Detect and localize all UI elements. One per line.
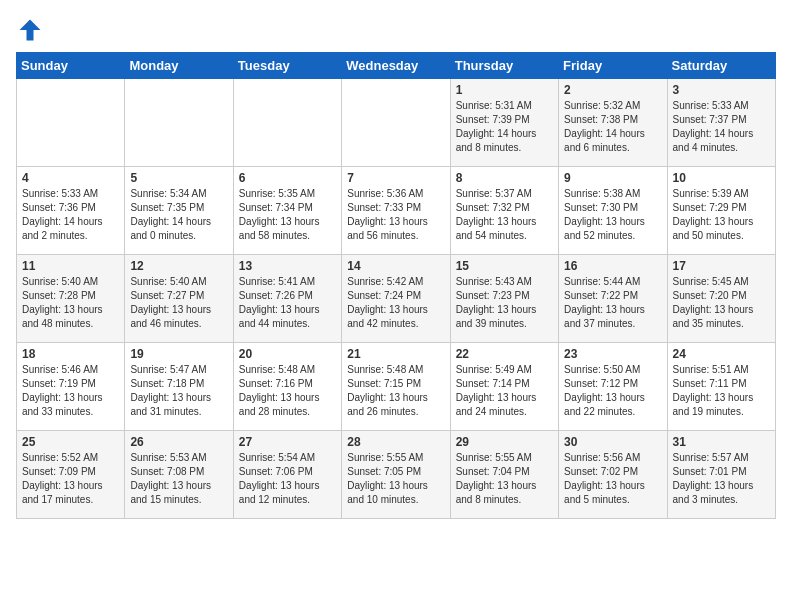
day-info: Sunrise: 5:37 AM Sunset: 7:32 PM Dayligh… (456, 187, 553, 243)
day-number: 10 (673, 171, 770, 185)
day-info: Sunrise: 5:46 AM Sunset: 7:19 PM Dayligh… (22, 363, 119, 419)
day-cell: 13Sunrise: 5:41 AM Sunset: 7:26 PM Dayli… (233, 255, 341, 343)
day-info: Sunrise: 5:35 AM Sunset: 7:34 PM Dayligh… (239, 187, 336, 243)
day-cell: 1Sunrise: 5:31 AM Sunset: 7:39 PM Daylig… (450, 79, 558, 167)
day-info: Sunrise: 5:39 AM Sunset: 7:29 PM Dayligh… (673, 187, 770, 243)
calendar-table: SundayMondayTuesdayWednesdayThursdayFrid… (16, 52, 776, 519)
logo-icon (16, 16, 44, 44)
day-cell: 25Sunrise: 5:52 AM Sunset: 7:09 PM Dayli… (17, 431, 125, 519)
day-cell (125, 79, 233, 167)
day-cell: 11Sunrise: 5:40 AM Sunset: 7:28 PM Dayli… (17, 255, 125, 343)
day-info: Sunrise: 5:31 AM Sunset: 7:39 PM Dayligh… (456, 99, 553, 155)
day-cell: 29Sunrise: 5:55 AM Sunset: 7:04 PM Dayli… (450, 431, 558, 519)
day-cell: 14Sunrise: 5:42 AM Sunset: 7:24 PM Dayli… (342, 255, 450, 343)
day-number: 8 (456, 171, 553, 185)
day-info: Sunrise: 5:32 AM Sunset: 7:38 PM Dayligh… (564, 99, 661, 155)
day-cell: 18Sunrise: 5:46 AM Sunset: 7:19 PM Dayli… (17, 343, 125, 431)
day-cell: 6Sunrise: 5:35 AM Sunset: 7:34 PM Daylig… (233, 167, 341, 255)
day-info: Sunrise: 5:44 AM Sunset: 7:22 PM Dayligh… (564, 275, 661, 331)
day-number: 13 (239, 259, 336, 273)
day-number: 14 (347, 259, 444, 273)
day-number: 6 (239, 171, 336, 185)
day-info: Sunrise: 5:57 AM Sunset: 7:01 PM Dayligh… (673, 451, 770, 507)
day-number: 15 (456, 259, 553, 273)
day-info: Sunrise: 5:55 AM Sunset: 7:04 PM Dayligh… (456, 451, 553, 507)
day-number: 16 (564, 259, 661, 273)
week-row-4: 25Sunrise: 5:52 AM Sunset: 7:09 PM Dayli… (17, 431, 776, 519)
day-info: Sunrise: 5:33 AM Sunset: 7:37 PM Dayligh… (673, 99, 770, 155)
day-number: 7 (347, 171, 444, 185)
day-cell: 3Sunrise: 5:33 AM Sunset: 7:37 PM Daylig… (667, 79, 775, 167)
day-cell (233, 79, 341, 167)
day-info: Sunrise: 5:52 AM Sunset: 7:09 PM Dayligh… (22, 451, 119, 507)
day-info: Sunrise: 5:49 AM Sunset: 7:14 PM Dayligh… (456, 363, 553, 419)
day-info: Sunrise: 5:54 AM Sunset: 7:06 PM Dayligh… (239, 451, 336, 507)
page-header (16, 16, 776, 44)
day-number: 26 (130, 435, 227, 449)
day-cell: 21Sunrise: 5:48 AM Sunset: 7:15 PM Dayli… (342, 343, 450, 431)
day-number: 3 (673, 83, 770, 97)
day-cell: 27Sunrise: 5:54 AM Sunset: 7:06 PM Dayli… (233, 431, 341, 519)
day-cell (17, 79, 125, 167)
day-number: 28 (347, 435, 444, 449)
day-number: 12 (130, 259, 227, 273)
day-info: Sunrise: 5:40 AM Sunset: 7:27 PM Dayligh… (130, 275, 227, 331)
svg-marker-0 (20, 20, 41, 41)
day-cell: 16Sunrise: 5:44 AM Sunset: 7:22 PM Dayli… (559, 255, 667, 343)
week-row-0: 1Sunrise: 5:31 AM Sunset: 7:39 PM Daylig… (17, 79, 776, 167)
weekday-header-wednesday: Wednesday (342, 53, 450, 79)
weekday-header-monday: Monday (125, 53, 233, 79)
day-number: 21 (347, 347, 444, 361)
day-info: Sunrise: 5:34 AM Sunset: 7:35 PM Dayligh… (130, 187, 227, 243)
day-cell: 31Sunrise: 5:57 AM Sunset: 7:01 PM Dayli… (667, 431, 775, 519)
day-number: 31 (673, 435, 770, 449)
day-cell: 28Sunrise: 5:55 AM Sunset: 7:05 PM Dayli… (342, 431, 450, 519)
day-cell: 23Sunrise: 5:50 AM Sunset: 7:12 PM Dayli… (559, 343, 667, 431)
day-cell: 26Sunrise: 5:53 AM Sunset: 7:08 PM Dayli… (125, 431, 233, 519)
day-cell: 10Sunrise: 5:39 AM Sunset: 7:29 PM Dayli… (667, 167, 775, 255)
day-info: Sunrise: 5:43 AM Sunset: 7:23 PM Dayligh… (456, 275, 553, 331)
day-number: 25 (22, 435, 119, 449)
day-cell: 8Sunrise: 5:37 AM Sunset: 7:32 PM Daylig… (450, 167, 558, 255)
day-cell: 20Sunrise: 5:48 AM Sunset: 7:16 PM Dayli… (233, 343, 341, 431)
day-cell: 12Sunrise: 5:40 AM Sunset: 7:27 PM Dayli… (125, 255, 233, 343)
weekday-header-saturday: Saturday (667, 53, 775, 79)
weekday-header-friday: Friday (559, 53, 667, 79)
day-cell: 4Sunrise: 5:33 AM Sunset: 7:36 PM Daylig… (17, 167, 125, 255)
day-info: Sunrise: 5:50 AM Sunset: 7:12 PM Dayligh… (564, 363, 661, 419)
day-info: Sunrise: 5:51 AM Sunset: 7:11 PM Dayligh… (673, 363, 770, 419)
day-number: 18 (22, 347, 119, 361)
day-cell: 5Sunrise: 5:34 AM Sunset: 7:35 PM Daylig… (125, 167, 233, 255)
day-number: 24 (673, 347, 770, 361)
day-number: 5 (130, 171, 227, 185)
day-cell: 17Sunrise: 5:45 AM Sunset: 7:20 PM Dayli… (667, 255, 775, 343)
day-cell: 22Sunrise: 5:49 AM Sunset: 7:14 PM Dayli… (450, 343, 558, 431)
day-info: Sunrise: 5:42 AM Sunset: 7:24 PM Dayligh… (347, 275, 444, 331)
day-number: 19 (130, 347, 227, 361)
logo (16, 16, 46, 44)
day-cell: 9Sunrise: 5:38 AM Sunset: 7:30 PM Daylig… (559, 167, 667, 255)
day-info: Sunrise: 5:38 AM Sunset: 7:30 PM Dayligh… (564, 187, 661, 243)
weekday-header-sunday: Sunday (17, 53, 125, 79)
day-info: Sunrise: 5:36 AM Sunset: 7:33 PM Dayligh… (347, 187, 444, 243)
weekday-header-thursday: Thursday (450, 53, 558, 79)
day-number: 29 (456, 435, 553, 449)
day-cell (342, 79, 450, 167)
day-number: 27 (239, 435, 336, 449)
week-row-2: 11Sunrise: 5:40 AM Sunset: 7:28 PM Dayli… (17, 255, 776, 343)
day-number: 2 (564, 83, 661, 97)
week-row-3: 18Sunrise: 5:46 AM Sunset: 7:19 PM Dayli… (17, 343, 776, 431)
day-number: 20 (239, 347, 336, 361)
day-info: Sunrise: 5:45 AM Sunset: 7:20 PM Dayligh… (673, 275, 770, 331)
weekday-header-row: SundayMondayTuesdayWednesdayThursdayFrid… (17, 53, 776, 79)
day-info: Sunrise: 5:55 AM Sunset: 7:05 PM Dayligh… (347, 451, 444, 507)
day-info: Sunrise: 5:48 AM Sunset: 7:16 PM Dayligh… (239, 363, 336, 419)
week-row-1: 4Sunrise: 5:33 AM Sunset: 7:36 PM Daylig… (17, 167, 776, 255)
day-cell: 30Sunrise: 5:56 AM Sunset: 7:02 PM Dayli… (559, 431, 667, 519)
day-info: Sunrise: 5:41 AM Sunset: 7:26 PM Dayligh… (239, 275, 336, 331)
day-cell: 24Sunrise: 5:51 AM Sunset: 7:11 PM Dayli… (667, 343, 775, 431)
day-number: 23 (564, 347, 661, 361)
day-number: 9 (564, 171, 661, 185)
day-info: Sunrise: 5:33 AM Sunset: 7:36 PM Dayligh… (22, 187, 119, 243)
day-number: 30 (564, 435, 661, 449)
